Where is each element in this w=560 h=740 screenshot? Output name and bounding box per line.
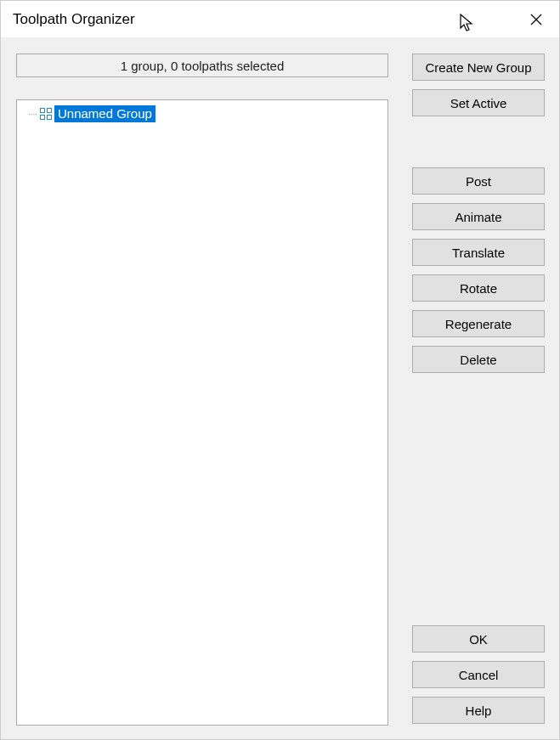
delete-button[interactable]: Delete (412, 346, 545, 373)
ok-button[interactable]: OK (412, 625, 545, 652)
rotate-button[interactable]: Rotate (412, 274, 545, 302)
create-new-group-button[interactable]: Create New Group (412, 54, 545, 81)
tree-item-label: Unnamed Group (54, 105, 156, 122)
toolpath-tree[interactable]: ···· Unnamed Group (16, 99, 388, 726)
cancel-button[interactable]: Cancel (412, 661, 545, 688)
group-icon (40, 108, 52, 120)
post-button[interactable]: Post (412, 167, 545, 195)
translate-button[interactable]: Translate (412, 239, 545, 266)
selection-status: 1 group, 0 toolpaths selected (16, 54, 388, 77)
tree-item[interactable]: ···· Unnamed Group (24, 105, 381, 123)
help-button[interactable]: Help (412, 697, 545, 724)
tree-connector: ···· (24, 110, 37, 119)
close-icon (530, 14, 542, 25)
window-title: Toolpath Organizer (13, 11, 517, 28)
animate-button[interactable]: Animate (412, 203, 545, 230)
set-active-button[interactable]: Set Active (412, 89, 545, 116)
dialog-body: 1 group, 0 toolpaths selected ···· Unnam… (1, 38, 559, 739)
titlebar: Toolpath Organizer (1, 1, 559, 38)
regenerate-button[interactable]: Regenerate (412, 310, 545, 337)
close-button[interactable] (517, 3, 556, 36)
